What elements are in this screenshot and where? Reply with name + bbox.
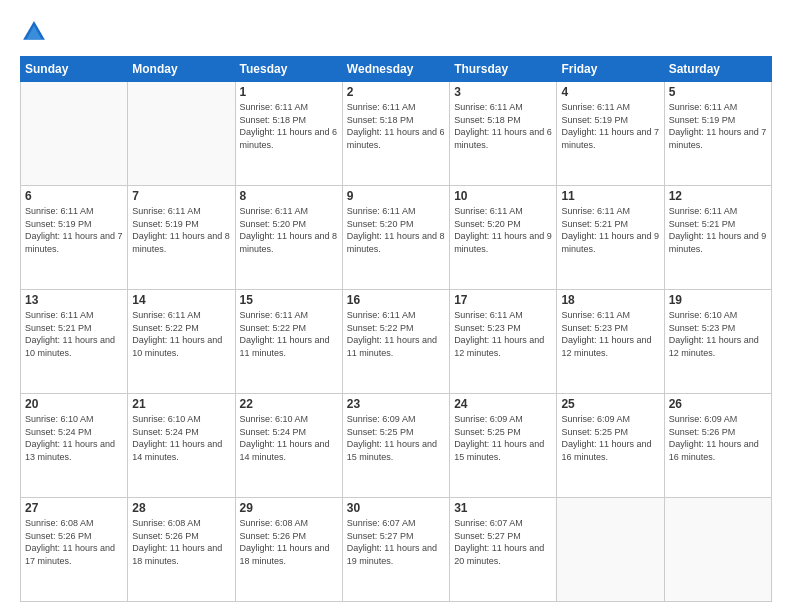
day-info: Sunrise: 6:09 AM Sunset: 5:26 PM Dayligh… (669, 413, 767, 463)
calendar-cell: 13Sunrise: 6:11 AM Sunset: 5:21 PM Dayli… (21, 290, 128, 394)
day-info: Sunrise: 6:11 AM Sunset: 5:20 PM Dayligh… (240, 205, 338, 255)
day-number: 26 (669, 397, 767, 411)
calendar-header-row: SundayMondayTuesdayWednesdayThursdayFrid… (21, 57, 772, 82)
day-of-week-header: Tuesday (235, 57, 342, 82)
calendar-cell: 7Sunrise: 6:11 AM Sunset: 5:19 PM Daylig… (128, 186, 235, 290)
calendar-cell: 10Sunrise: 6:11 AM Sunset: 5:20 PM Dayli… (450, 186, 557, 290)
calendar-cell: 29Sunrise: 6:08 AM Sunset: 5:26 PM Dayli… (235, 498, 342, 602)
day-number: 20 (25, 397, 123, 411)
day-info: Sunrise: 6:11 AM Sunset: 5:21 PM Dayligh… (25, 309, 123, 359)
calendar-cell (21, 82, 128, 186)
calendar-cell: 19Sunrise: 6:10 AM Sunset: 5:23 PM Dayli… (664, 290, 771, 394)
logo (20, 18, 52, 46)
day-number: 24 (454, 397, 552, 411)
calendar-week-row: 13Sunrise: 6:11 AM Sunset: 5:21 PM Dayli… (21, 290, 772, 394)
day-number: 22 (240, 397, 338, 411)
day-number: 8 (240, 189, 338, 203)
day-info: Sunrise: 6:11 AM Sunset: 5:18 PM Dayligh… (454, 101, 552, 151)
calendar-week-row: 20Sunrise: 6:10 AM Sunset: 5:24 PM Dayli… (21, 394, 772, 498)
day-info: Sunrise: 6:11 AM Sunset: 5:21 PM Dayligh… (669, 205, 767, 255)
day-info: Sunrise: 6:11 AM Sunset: 5:23 PM Dayligh… (454, 309, 552, 359)
day-number: 1 (240, 85, 338, 99)
calendar-week-row: 1Sunrise: 6:11 AM Sunset: 5:18 PM Daylig… (21, 82, 772, 186)
calendar-cell: 18Sunrise: 6:11 AM Sunset: 5:23 PM Dayli… (557, 290, 664, 394)
day-number: 4 (561, 85, 659, 99)
day-info: Sunrise: 6:08 AM Sunset: 5:26 PM Dayligh… (132, 517, 230, 567)
day-number: 16 (347, 293, 445, 307)
day-number: 2 (347, 85, 445, 99)
calendar-cell: 24Sunrise: 6:09 AM Sunset: 5:25 PM Dayli… (450, 394, 557, 498)
day-number: 23 (347, 397, 445, 411)
calendar-cell: 8Sunrise: 6:11 AM Sunset: 5:20 PM Daylig… (235, 186, 342, 290)
calendar-cell (128, 82, 235, 186)
day-number: 9 (347, 189, 445, 203)
logo-icon (20, 18, 48, 46)
day-info: Sunrise: 6:09 AM Sunset: 5:25 PM Dayligh… (347, 413, 445, 463)
calendar-week-row: 27Sunrise: 6:08 AM Sunset: 5:26 PM Dayli… (21, 498, 772, 602)
day-info: Sunrise: 6:08 AM Sunset: 5:26 PM Dayligh… (25, 517, 123, 567)
day-info: Sunrise: 6:10 AM Sunset: 5:24 PM Dayligh… (132, 413, 230, 463)
day-number: 29 (240, 501, 338, 515)
day-of-week-header: Saturday (664, 57, 771, 82)
day-number: 13 (25, 293, 123, 307)
calendar-table: SundayMondayTuesdayWednesdayThursdayFrid… (20, 56, 772, 602)
day-info: Sunrise: 6:10 AM Sunset: 5:24 PM Dayligh… (25, 413, 123, 463)
day-info: Sunrise: 6:11 AM Sunset: 5:21 PM Dayligh… (561, 205, 659, 255)
calendar-cell: 20Sunrise: 6:10 AM Sunset: 5:24 PM Dayli… (21, 394, 128, 498)
calendar-cell: 3Sunrise: 6:11 AM Sunset: 5:18 PM Daylig… (450, 82, 557, 186)
day-number: 5 (669, 85, 767, 99)
calendar-cell: 28Sunrise: 6:08 AM Sunset: 5:26 PM Dayli… (128, 498, 235, 602)
calendar-cell: 1Sunrise: 6:11 AM Sunset: 5:18 PM Daylig… (235, 82, 342, 186)
day-number: 31 (454, 501, 552, 515)
calendar-cell: 9Sunrise: 6:11 AM Sunset: 5:20 PM Daylig… (342, 186, 449, 290)
calendar-cell: 14Sunrise: 6:11 AM Sunset: 5:22 PM Dayli… (128, 290, 235, 394)
header (20, 18, 772, 46)
calendar-cell: 15Sunrise: 6:11 AM Sunset: 5:22 PM Dayli… (235, 290, 342, 394)
day-number: 30 (347, 501, 445, 515)
day-number: 15 (240, 293, 338, 307)
day-info: Sunrise: 6:11 AM Sunset: 5:22 PM Dayligh… (132, 309, 230, 359)
day-number: 6 (25, 189, 123, 203)
day-info: Sunrise: 6:11 AM Sunset: 5:19 PM Dayligh… (132, 205, 230, 255)
day-number: 25 (561, 397, 659, 411)
day-info: Sunrise: 6:11 AM Sunset: 5:19 PM Dayligh… (669, 101, 767, 151)
day-number: 14 (132, 293, 230, 307)
day-number: 28 (132, 501, 230, 515)
day-of-week-header: Friday (557, 57, 664, 82)
day-number: 7 (132, 189, 230, 203)
day-of-week-header: Thursday (450, 57, 557, 82)
calendar-cell: 4Sunrise: 6:11 AM Sunset: 5:19 PM Daylig… (557, 82, 664, 186)
calendar-cell: 12Sunrise: 6:11 AM Sunset: 5:21 PM Dayli… (664, 186, 771, 290)
calendar-cell: 26Sunrise: 6:09 AM Sunset: 5:26 PM Dayli… (664, 394, 771, 498)
day-of-week-header: Monday (128, 57, 235, 82)
calendar-cell: 30Sunrise: 6:07 AM Sunset: 5:27 PM Dayli… (342, 498, 449, 602)
calendar-cell: 17Sunrise: 6:11 AM Sunset: 5:23 PM Dayli… (450, 290, 557, 394)
day-info: Sunrise: 6:10 AM Sunset: 5:23 PM Dayligh… (669, 309, 767, 359)
day-info: Sunrise: 6:11 AM Sunset: 5:18 PM Dayligh… (347, 101, 445, 151)
calendar-cell: 16Sunrise: 6:11 AM Sunset: 5:22 PM Dayli… (342, 290, 449, 394)
day-info: Sunrise: 6:11 AM Sunset: 5:22 PM Dayligh… (240, 309, 338, 359)
day-info: Sunrise: 6:11 AM Sunset: 5:19 PM Dayligh… (25, 205, 123, 255)
day-number: 17 (454, 293, 552, 307)
day-of-week-header: Sunday (21, 57, 128, 82)
day-info: Sunrise: 6:11 AM Sunset: 5:22 PM Dayligh… (347, 309, 445, 359)
day-info: Sunrise: 6:11 AM Sunset: 5:20 PM Dayligh… (347, 205, 445, 255)
calendar-week-row: 6Sunrise: 6:11 AM Sunset: 5:19 PM Daylig… (21, 186, 772, 290)
calendar-cell: 11Sunrise: 6:11 AM Sunset: 5:21 PM Dayli… (557, 186, 664, 290)
calendar-cell (557, 498, 664, 602)
calendar-cell: 25Sunrise: 6:09 AM Sunset: 5:25 PM Dayli… (557, 394, 664, 498)
calendar-cell: 22Sunrise: 6:10 AM Sunset: 5:24 PM Dayli… (235, 394, 342, 498)
calendar-cell: 6Sunrise: 6:11 AM Sunset: 5:19 PM Daylig… (21, 186, 128, 290)
day-number: 27 (25, 501, 123, 515)
day-info: Sunrise: 6:10 AM Sunset: 5:24 PM Dayligh… (240, 413, 338, 463)
calendar-cell: 27Sunrise: 6:08 AM Sunset: 5:26 PM Dayli… (21, 498, 128, 602)
calendar-cell: 2Sunrise: 6:11 AM Sunset: 5:18 PM Daylig… (342, 82, 449, 186)
day-info: Sunrise: 6:11 AM Sunset: 5:19 PM Dayligh… (561, 101, 659, 151)
calendar-cell: 23Sunrise: 6:09 AM Sunset: 5:25 PM Dayli… (342, 394, 449, 498)
day-number: 11 (561, 189, 659, 203)
page: SundayMondayTuesdayWednesdayThursdayFrid… (0, 0, 792, 612)
day-info: Sunrise: 6:09 AM Sunset: 5:25 PM Dayligh… (561, 413, 659, 463)
day-info: Sunrise: 6:07 AM Sunset: 5:27 PM Dayligh… (347, 517, 445, 567)
day-number: 21 (132, 397, 230, 411)
day-info: Sunrise: 6:11 AM Sunset: 5:23 PM Dayligh… (561, 309, 659, 359)
